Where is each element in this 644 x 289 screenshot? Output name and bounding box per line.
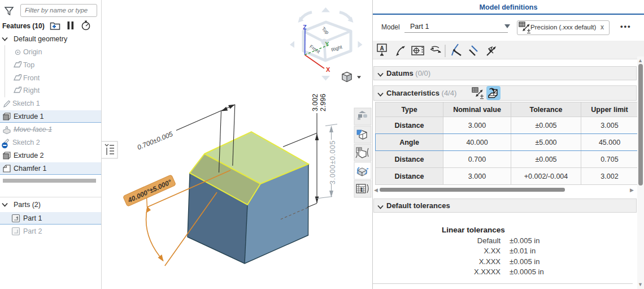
svg-text:40.000°±5.000°: 40.000°±5.000° [126,178,173,205]
svg-text:A: A [380,45,384,51]
svg-text:X: X [326,66,330,73]
svg-text:Z: Z [303,24,307,31]
svg-text:3.000±0.005: 3.000±0.005 [329,140,337,184]
svg-text:3.002: 3.002 [311,94,319,111]
svg-text:2.996: 2.996 [319,94,327,111]
svg-text:Y: Y [325,41,329,48]
svg-text:0.700±0.005: 0.700±0.005 [136,130,174,152]
